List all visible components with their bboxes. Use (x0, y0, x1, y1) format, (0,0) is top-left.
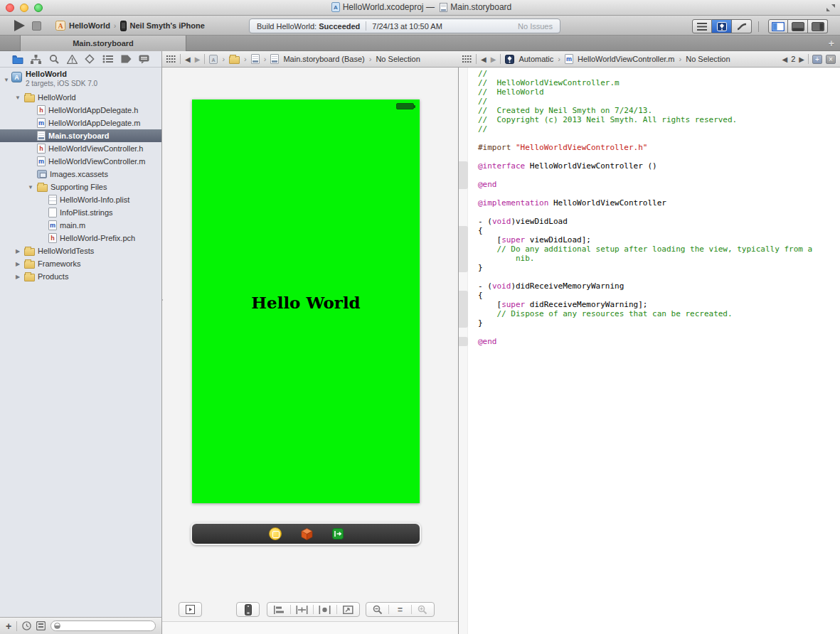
breadcrumb-folder-icon[interactable] (229, 56, 240, 64)
search-navigator-icon[interactable] (49, 54, 59, 64)
scm-status-icon[interactable] (36, 621, 46, 630)
hello-world-label[interactable]: Hello World (192, 293, 420, 312)
breadcrumb-selection[interactable]: No Selection (376, 55, 420, 63)
tree-item-helloworld-prefix-pch[interactable]: hHelloWorld-Prefix.pch (0, 232, 161, 245)
first-responder-icon[interactable] (301, 528, 313, 540)
counterpart-forward-button[interactable]: ▶ (799, 55, 804, 63)
zoom-in-button[interactable] (412, 603, 434, 616)
recent-files-clock-icon[interactable] (22, 621, 31, 630)
tree-item-project-root[interactable]: ▼ A HelloWorld 2 targets, iOS SDK 7.0 (0, 68, 161, 91)
disclosure-triangle[interactable]: ▶ (14, 248, 21, 254)
close-assistant-editor-button[interactable]: × (826, 55, 836, 64)
disclosure-triangle[interactable]: ▶ (14, 261, 21, 267)
folder-file-icon (37, 184, 48, 192)
pin-constraints-button[interactable] (291, 603, 314, 616)
toggle-utilities-button[interactable] (808, 19, 828, 33)
breadcrumb-file[interactable]: HelloWorldViewController.m (578, 55, 675, 63)
horizontal-scrollbar-track[interactable] (162, 621, 458, 634)
tab-main-storyboard[interactable]: Main.storyboard (20, 36, 186, 51)
resizing-behavior-button[interactable] (337, 603, 360, 616)
view-controller-view[interactable]: Hello World (192, 100, 420, 503)
resolve-auto-layout-button[interactable] (314, 603, 336, 616)
tree-item-helloworld-info-plist[interactable]: HelloWorld-Info.plist (0, 193, 161, 206)
zoom-button-group: = (366, 602, 435, 617)
assistant-source-editor[interactable]: //// HelloWorldViewController.m// HelloW… (458, 68, 840, 634)
breadcrumb-selection[interactable]: No Selection (686, 55, 730, 63)
align-constraints-button[interactable] (267, 603, 290, 616)
code-folding-ribbon (459, 68, 468, 634)
toggle-debug-area-button[interactable] (788, 19, 808, 33)
code-lines[interactable]: //// HelloWorldViewController.m// HelloW… (468, 69, 840, 346)
ribbon-segment (459, 337, 468, 346)
zoom-100-button[interactable]: = (389, 603, 411, 616)
tree-item-infoplist-strings[interactable]: InfoPlist.strings (0, 206, 161, 219)
disclosure-triangle[interactable]: ▼ (3, 77, 10, 83)
tree-item-supporting-files[interactable]: ▼Supporting Files (0, 181, 161, 193)
tree-item-frameworks[interactable]: ▶Frameworks (0, 257, 161, 270)
tree-item-products[interactable]: ▶Products (0, 270, 161, 283)
filter-field[interactable] (50, 620, 156, 631)
exit-icon[interactable] (332, 528, 344, 539)
tree-item-main-storyboard[interactable]: Main.storyboard (0, 129, 161, 142)
breakpoint-navigator-icon[interactable] (121, 55, 132, 63)
toggle-navigator-button[interactable] (768, 19, 788, 33)
standard-editor-button[interactable] (692, 19, 712, 33)
tree-item-helloworld[interactable]: ▼HelloWorld (0, 91, 161, 104)
debug-navigator-icon[interactable] (102, 55, 113, 63)
main-toolbar: A HelloWorld › Neil Smyth's iPhone Build… (0, 16, 840, 36)
related-items-icon[interactable] (462, 55, 472, 63)
disclosure-triangle[interactable]: ▼ (14, 95, 21, 101)
tree-item-main-m[interactable]: mmain.m (0, 219, 161, 232)
assistant-mode-icon (505, 55, 514, 64)
disclosure-triangle[interactable]: ▶ (14, 274, 21, 280)
log-navigator-icon[interactable] (139, 55, 149, 64)
project-icon: A (11, 72, 22, 82)
back-button[interactable]: ◀ (185, 55, 191, 63)
related-items-icon[interactable] (166, 55, 176, 63)
stop-button[interactable] (32, 21, 41, 31)
back-button[interactable]: ◀ (481, 55, 487, 63)
counterpart-back-button[interactable]: ◀ (782, 55, 787, 63)
plist-file-icon (48, 195, 57, 205)
fullscreen-icon[interactable] (826, 3, 836, 13)
breadcrumb-file[interactable]: Main.storyboard (Base) (283, 55, 364, 63)
tree-item-helloworldappdelegate-h[interactable]: hHelloWorldAppDelegate.h (0, 104, 161, 117)
forward-button[interactable]: ▶ (195, 55, 201, 63)
scheme-device-label: Neil Smyth's iPhone (130, 21, 205, 30)
tree-item-helloworldappdelegate-m[interactable]: mHelloWorldAppDelegate.m (0, 117, 161, 129)
disclosure-triangle[interactable]: ▼ (27, 184, 34, 190)
doc-file-icon (48, 208, 57, 217)
add-button[interactable]: + (6, 620, 11, 632)
form-factor-toggle-button[interactable] (236, 602, 260, 617)
breadcrumb-project-icon[interactable]: A (209, 55, 218, 64)
add-assistant-editor-button[interactable]: + (812, 55, 822, 64)
new-tab-button[interactable]: + (829, 38, 834, 49)
issue-navigator-icon[interactable] (67, 55, 78, 64)
tree-item-label: InfoPlist.strings (60, 208, 113, 217)
ribbon-segment (459, 161, 468, 189)
project-navigator-icon[interactable] (12, 55, 23, 64)
assistant-mode-label[interactable]: Automatic (519, 55, 553, 63)
tree-item-helloworldtests[interactable]: ▶HelloWorldTests (0, 245, 161, 257)
m-file-icon: m (48, 220, 57, 230)
tree-item-images-xcassets[interactable]: Images.xcassets (0, 168, 161, 181)
storyboard-canvas[interactable]: Hello World = (162, 68, 458, 634)
document-outline-toggle-button[interactable] (179, 602, 202, 617)
tree-item-helloworldviewcontroller-h[interactable]: hHelloWorldViewController.h (0, 142, 161, 155)
tree-item-label: HelloWorld-Info.plist (60, 195, 129, 204)
view-controller-icon[interactable] (269, 527, 282, 540)
symbol-navigator-icon[interactable] (31, 55, 41, 64)
tree-item-label: HelloWorldViewController.m (48, 157, 146, 166)
tree-item-helloworldviewcontroller-m[interactable]: mHelloWorldViewController.m (0, 155, 161, 168)
initial-view-controller-arrow[interactable] (162, 289, 164, 311)
run-button[interactable] (14, 20, 25, 31)
version-editor-button[interactable] (732, 19, 752, 33)
test-navigator-icon[interactable] (85, 54, 95, 64)
breadcrumb-storyboard-icon[interactable] (270, 54, 279, 64)
constraints-button-group (267, 602, 360, 617)
breadcrumb-storyboard-icon[interactable] (251, 54, 260, 64)
zoom-out-button[interactable] (366, 603, 388, 616)
scheme-selector[interactable]: A HelloWorld › Neil Smyth's iPhone (55, 19, 205, 32)
forward-button[interactable]: ▶ (491, 55, 496, 63)
assistant-editor-button[interactable] (712, 19, 732, 33)
